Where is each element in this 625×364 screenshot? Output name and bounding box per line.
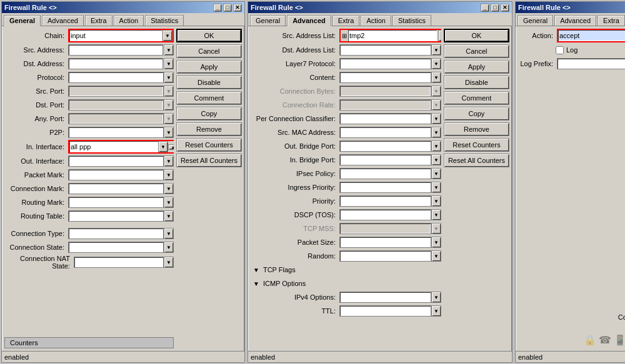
minimize-btn-2[interactable]: _ — [481, 4, 489, 12]
tab-general-2[interactable]: General — [250, 15, 286, 26]
in-bridge-port-input[interactable] — [339, 154, 431, 165]
tab-extra-2[interactable]: Extra — [332, 15, 360, 26]
ingress-priority-dropdown[interactable]: ▼ — [431, 182, 441, 193]
connection-nat-state-input[interactable] — [74, 257, 164, 268]
layer7-dropdown[interactable]: ▼ — [431, 58, 441, 69]
src-address-input[interactable] — [68, 44, 163, 56]
chain-input[interactable] — [69, 30, 162, 41]
content-dropdown[interactable]: ▼ — [431, 72, 441, 83]
in-bridge-port-dropdown[interactable]: ▼ — [431, 154, 441, 165]
src-mac-dropdown[interactable]: ▼ — [431, 127, 441, 138]
dst-port-input[interactable] — [68, 99, 164, 111]
remove-btn-1[interactable]: Remove — [176, 122, 242, 136]
tab-statistics-2[interactable]: Statistics — [392, 15, 431, 26]
dst-addr-list-dropdown[interactable]: ▼ — [431, 44, 441, 56]
tab-general-3[interactable]: General — [518, 15, 553, 26]
routing-mark-input[interactable] — [68, 197, 164, 208]
ingress-priority-input[interactable] — [339, 182, 431, 193]
remove-btn-2[interactable]: Remove — [444, 122, 509, 136]
comment-btn-2[interactable]: Comment — [444, 91, 509, 105]
tab-advanced-2[interactable]: Advanced — [287, 15, 331, 26]
tab-action-2[interactable]: Action — [361, 15, 391, 26]
ok-btn-2[interactable]: OK — [444, 29, 509, 42]
icmp-options-expand-icon[interactable]: ▼ — [253, 280, 259, 287]
tab-statistics-1[interactable]: Statistics — [145, 15, 184, 26]
close-btn-1[interactable]: ✕ — [233, 4, 242, 12]
cancel-btn-1[interactable]: Cancel — [176, 44, 242, 58]
ttl-dropdown[interactable]: ▼ — [431, 305, 441, 317]
any-port-dropdown[interactable]: ▼ — [164, 113, 174, 124]
reset-all-counters-btn-2[interactable]: Reset All Counters — [444, 154, 509, 167]
connection-state-input[interactable] — [68, 242, 164, 253]
chain-dropdown-btn[interactable]: ▼ — [162, 30, 172, 41]
ipv4-options-dropdown[interactable]: ▼ — [431, 292, 441, 303]
connection-state-dropdown[interactable]: ▼ — [164, 242, 174, 253]
ipsec-policy-input[interactable] — [339, 168, 431, 179]
packet-mark-dropdown[interactable]: ▼ — [164, 169, 174, 180]
dst-address-dropdown[interactable]: ▼ — [164, 58, 174, 69]
connection-mark-dropdown[interactable]: ▼ — [164, 183, 174, 194]
src-port-input[interactable] — [68, 86, 164, 97]
src-address-dropdown[interactable]: ▼ — [164, 44, 174, 56]
connection-type-input[interactable] — [68, 228, 164, 239]
action-input[interactable] — [558, 30, 625, 41]
per-conn-classifier-dropdown[interactable]: ▼ — [431, 113, 441, 124]
cancel-btn-2[interactable]: Cancel — [444, 44, 509, 58]
content-input[interactable] — [339, 72, 431, 83]
any-port-input[interactable] — [68, 113, 164, 124]
ipsec-policy-dropdown[interactable]: ▼ — [431, 168, 441, 179]
maximize-btn-2[interactable]: □ — [491, 4, 499, 12]
random-input[interactable] — [339, 250, 431, 262]
random-dropdown[interactable]: ▼ — [431, 250, 441, 262]
log-prefix-input[interactable] — [557, 58, 625, 69]
reset-counters-btn-2[interactable]: Reset Counters — [444, 138, 509, 152]
disable-btn-1[interactable]: Disable — [176, 76, 242, 89]
src-mac-input[interactable] — [339, 127, 431, 138]
ok-btn-1[interactable]: OK — [176, 29, 242, 42]
dst-addr-list-input[interactable] — [339, 44, 431, 56]
in-interface-input[interactable] — [69, 141, 158, 152]
tab-extra-3[interactable]: Extra — [598, 15, 625, 26]
copy-btn-2[interactable]: Copy — [444, 107, 509, 121]
out-bridge-port-input[interactable] — [339, 140, 431, 152]
apply-btn-1[interactable]: Apply — [176, 60, 242, 74]
out-interface-dropdown[interactable]: ▼ — [164, 155, 174, 167]
tab-action-1[interactable]: Action — [114, 15, 144, 26]
connection-nat-state-dropdown[interactable]: ▼ — [164, 257, 174, 268]
tab-extra-1[interactable]: Extra — [85, 15, 112, 26]
routing-table-input[interactable] — [68, 210, 164, 222]
comment-btn-1[interactable]: Comment — [176, 91, 242, 105]
p2p-dropdown[interactable]: ▼ — [164, 127, 174, 138]
maximize-btn-1[interactable]: □ — [223, 4, 232, 12]
ttl-input[interactable] — [339, 305, 431, 317]
src-addr-list-input[interactable] — [348, 30, 437, 41]
packet-size-input[interactable] — [339, 237, 431, 248]
packet-mark-input[interactable] — [68, 169, 164, 180]
close-btn-2[interactable]: ✕ — [501, 4, 509, 12]
dst-port-dropdown[interactable]: ▼ — [164, 99, 174, 111]
dst-address-input[interactable] — [68, 58, 163, 69]
tcp-flags-expand-icon[interactable]: ▼ — [253, 267, 259, 273]
layer7-input[interactable] — [339, 58, 431, 69]
connection-mark-input[interactable] — [68, 183, 164, 194]
out-interface-input[interactable] — [68, 155, 164, 167]
out-bridge-port-dropdown[interactable]: ▼ — [431, 140, 441, 152]
copy-btn-1[interactable]: Copy — [176, 107, 242, 121]
apply-btn-2[interactable]: Apply — [444, 60, 509, 74]
p2p-input[interactable] — [68, 127, 164, 138]
ipv4-options-input[interactable] — [339, 292, 431, 303]
routing-table-dropdown[interactable]: ▼ — [164, 210, 174, 222]
per-conn-classifier-input[interactable] — [339, 113, 431, 124]
packet-size-dropdown[interactable]: ▼ — [431, 237, 441, 248]
src-addr-list-dropdown[interactable]: ▼ — [438, 30, 441, 41]
disable-btn-2[interactable]: Disable — [444, 76, 509, 89]
connection-type-dropdown[interactable]: ▼ — [164, 228, 174, 239]
in-interface-up[interactable]: ▲ — [168, 144, 174, 150]
log-checkbox[interactable] — [556, 46, 564, 54]
reset-all-counters-btn-1[interactable]: Reset All Counters — [176, 154, 242, 167]
dscp-tos-dropdown[interactable]: ▼ — [431, 209, 441, 220]
tab-general-1[interactable]: General — [4, 15, 41, 26]
tab-advanced-3[interactable]: Advanced — [554, 15, 596, 26]
dscp-tos-input[interactable] — [339, 209, 431, 220]
src-port-dropdown[interactable]: ▼ — [164, 86, 174, 97]
